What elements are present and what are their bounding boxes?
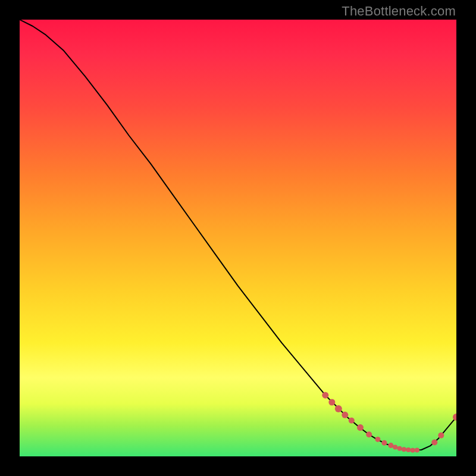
data-marker [366,431,372,437]
data-marker [335,405,342,412]
data-marker [349,418,355,424]
data-marker [411,448,415,453]
data-marker [397,446,402,451]
bottleneck-curve [20,20,456,450]
attribution-watermark: TheBottleneck.com [342,4,456,19]
data-marker [393,445,397,450]
data-marker [322,392,328,399]
data-marker [431,440,437,446]
plot-area [20,20,456,456]
data-marker [357,424,364,431]
curve-markers [322,392,456,453]
data-marker [375,437,380,442]
data-marker [388,443,393,448]
chart-svg [20,20,456,456]
data-marker [381,440,387,446]
data-marker [342,412,348,418]
data-marker [328,399,335,406]
data-marker [415,447,419,452]
data-marker [406,447,411,452]
data-marker [453,414,456,421]
chart-frame: TheBottleneck.com [0,0,476,476]
data-marker [438,433,444,439]
data-marker [402,447,406,452]
